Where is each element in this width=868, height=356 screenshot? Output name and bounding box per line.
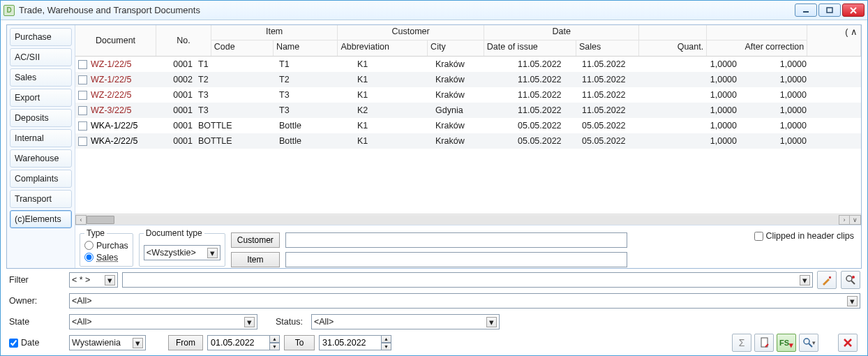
svg-point-9 [804,339,809,344]
sidebar-item-ac-sii[interactable]: AC/SII [10,48,72,66]
filter-op-combo[interactable]: < * >▾ [69,272,118,288]
filter-edit-icon[interactable] [817,271,837,289]
horizontal-scrollbar[interactable]: ‹ › ∨ [75,214,861,225]
fs-icon[interactable]: FS▾ [777,334,796,352]
scroll-left-icon[interactable]: ‹ [75,215,87,225]
chevron-down-icon[interactable]: ▾ [800,275,810,285]
svg-rect-4 [829,276,831,279]
chevron-down-icon[interactable]: ▾ [207,248,218,258]
from-button[interactable]: From [168,335,203,350]
filter-text-combo[interactable]: ▾ [122,272,813,288]
chevron-down-icon[interactable]: ▾ [105,275,115,285]
type-label: Type [84,228,107,238]
search-icon[interactable]: ▾ [799,334,818,352]
row-checkbox[interactable] [78,60,87,69]
sum-icon[interactable]: Σ [732,334,751,352]
state-combo[interactable]: <All>▾ [69,314,257,329]
status-label: Status: [276,317,303,327]
sidebar-item-warehouse[interactable]: Warehouse [10,149,72,168]
owner-label: Owner: [9,296,65,306]
window-title: Trade, Warehouse and Transport Documents [19,5,793,15]
sidebar: PurchaseAC/SIISalesExportDepositsInterna… [7,25,75,268]
table-row[interactable]: WKA-1/22/50001BOTTLEBottleK1Kraków05.05.… [75,118,861,133]
grid-header[interactable]: Document No. Item Customer Date ( ∧ Code… [75,25,861,57]
state-label: State [9,317,65,327]
titlebar[interactable]: D Trade, Warehouse and Transport Documen… [1,1,867,20]
date-kind-combo[interactable]: Wystawienia▾ [69,335,146,350]
doctype-label: Document type [144,228,204,238]
sidebar-item-purchase[interactable]: Purchase [10,28,72,46]
type-group: Type Purchas Sales [80,228,133,267]
filter-construct-icon[interactable] [841,271,860,289]
table-row[interactable]: WKA-2/22/50001BOTTLEBottleK1Kraków05.05.… [75,133,861,149]
col-issue[interactable]: Date of issue [484,40,576,56]
row-checkbox[interactable] [78,121,87,131]
owner-combo[interactable]: <All>▾ [69,293,860,309]
row-checkbox[interactable] [78,137,87,146]
svg-line-2 [851,8,856,13]
chevron-down-icon[interactable]: ▾ [847,296,858,306]
sidebar-item-internal[interactable]: Internal [10,129,72,147]
colgroup-item[interactable]: Item [211,25,338,40]
app-icon: D [3,5,15,16]
to-button[interactable]: To [284,335,315,350]
close-button[interactable] [842,3,865,17]
svg-line-12 [844,339,851,346]
type-purchase-radio[interactable]: Purchas [84,239,128,251]
customer-button[interactable]: Customer [231,232,280,248]
sidebar-item-export[interactable]: Export [10,89,72,107]
filter-label: Filter [9,275,65,285]
to-date-input[interactable]: ▲▼ [319,335,391,350]
sidebar-item-sales[interactable]: Sales [10,68,72,87]
type-sales-radio[interactable]: Sales [84,251,128,263]
status-combo[interactable]: <All>▾ [311,314,500,329]
col-code[interactable]: Code [211,40,274,56]
document-icon[interactable] [754,334,774,352]
row-checkbox[interactable] [78,75,87,84]
date-checkbox[interactable]: Date [9,338,65,348]
svg-rect-8 [761,338,768,347]
maximize-button[interactable] [818,3,841,17]
table-row[interactable]: WZ-1/22/50001T1T1K1Kraków11.05.202211.05… [75,57,861,72]
colgroup-customer[interactable]: Customer [338,25,484,40]
doctype-group: Document type <Wszystkie>▾ [139,228,225,267]
scroll-right-icon[interactable]: › [839,215,850,225]
chevron-down-icon[interactable]: ▾ [486,317,497,327]
col-abbrev[interactable]: Abbreviation [338,40,428,56]
col-document[interactable]: Document [75,25,156,56]
clipped-checkbox[interactable]: Clipped in header clips [754,231,854,241]
col-name[interactable]: Name [274,40,338,56]
col-sales[interactable]: Sales [576,40,639,56]
sidebar-item-complaints[interactable]: Complaints [10,170,72,188]
table-row[interactable]: WZ-2/22/50001T3T3K1Kraków11.05.202211.05… [75,87,861,103]
grid-body[interactable]: WZ-1/22/50001T1T1K1Kraków11.05.202211.05… [75,57,861,214]
col-city[interactable]: City [428,40,484,56]
chevron-down-icon[interactable]: ▾ [133,338,143,348]
svg-line-6 [851,281,855,284]
close-panel-icon[interactable] [838,334,858,352]
doctype-combo[interactable]: <Wszystkie>▾ [144,245,220,260]
colgroup-date[interactable]: Date [484,25,640,40]
customer-input[interactable] [285,232,627,248]
item-input[interactable] [285,252,627,267]
col-after[interactable]: After correction [707,40,807,56]
svg-line-11 [844,339,851,346]
sidebar-item-deposits[interactable]: Deposits [10,109,72,127]
col-no[interactable]: No. [156,25,211,56]
chevron-down-icon[interactable]: ▾ [244,317,255,327]
minimize-button[interactable] [795,3,817,17]
scroll-down-icon[interactable]: ∨ [850,215,861,225]
sidebar-item--c-elements[interactable]: (c)Elements [10,210,72,228]
scroll-up-indicator[interactable]: ( ∧ [807,25,861,56]
from-date-input[interactable]: ▲▼ [207,335,280,350]
row-checkbox[interactable] [78,91,87,100]
item-button[interactable]: Item [231,252,280,267]
table-row[interactable]: WZ-1/22/50002T2T2K1Kraków11.05.202211.05… [75,72,861,87]
row-checkbox[interactable] [78,106,87,115]
svg-line-3 [851,8,856,13]
table-row[interactable]: WZ-3/22/50001T3T3K2Gdynia11.05.202211.05… [75,103,861,118]
svg-rect-1 [827,8,832,13]
col-quant[interactable]: Quant. [639,40,707,56]
sidebar-item-transport[interactable]: Transport [10,190,72,208]
filter-bar: Type Purchas Sales Document type <Wszyst… [75,225,861,268]
